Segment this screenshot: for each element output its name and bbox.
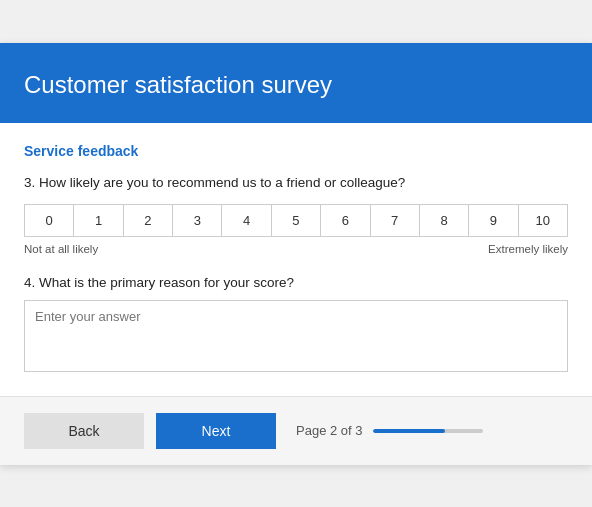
rating-labels: Not at all likely Extremely likely	[24, 243, 568, 255]
survey-title: Customer satisfaction survey	[24, 71, 568, 99]
rating-3[interactable]: 3	[173, 205, 222, 236]
rating-label-right: Extremely likely	[488, 243, 568, 255]
rating-6[interactable]: 6	[321, 205, 370, 236]
page-label: Page 2 of 3	[296, 423, 363, 438]
survey-footer: Back Next Page 2 of 3	[0, 396, 592, 465]
page-indicator: Page 2 of 3	[296, 423, 483, 438]
back-button[interactable]: Back	[24, 413, 144, 449]
rating-7[interactable]: 7	[371, 205, 420, 236]
survey-body: Service feedback 3. How likely are you t…	[0, 123, 592, 376]
rating-1[interactable]: 1	[74, 205, 123, 236]
rating-2[interactable]: 2	[124, 205, 173, 236]
progress-bar-fill	[373, 429, 446, 433]
next-button[interactable]: Next	[156, 413, 276, 449]
rating-10[interactable]: 10	[519, 205, 567, 236]
answer-textarea[interactable]	[24, 300, 568, 372]
rating-0[interactable]: 0	[25, 205, 74, 236]
survey-container: Customer satisfaction survey Service fee…	[0, 43, 592, 465]
rating-8[interactable]: 8	[420, 205, 469, 236]
rating-4[interactable]: 4	[222, 205, 271, 236]
rating-scale: 0 1 2 3 4 5 6 7 8 9 10	[24, 204, 568, 237]
question-4-text: 4. What is the primary reason for your s…	[24, 275, 568, 290]
rating-9[interactable]: 9	[469, 205, 518, 236]
progress-bar-background	[373, 429, 483, 433]
rating-label-left: Not at all likely	[24, 243, 98, 255]
survey-header: Customer satisfaction survey	[0, 43, 592, 123]
rating-5[interactable]: 5	[272, 205, 321, 236]
question-3-text: 3. How likely are you to recommend us to…	[24, 175, 568, 190]
section-title: Service feedback	[24, 143, 568, 159]
